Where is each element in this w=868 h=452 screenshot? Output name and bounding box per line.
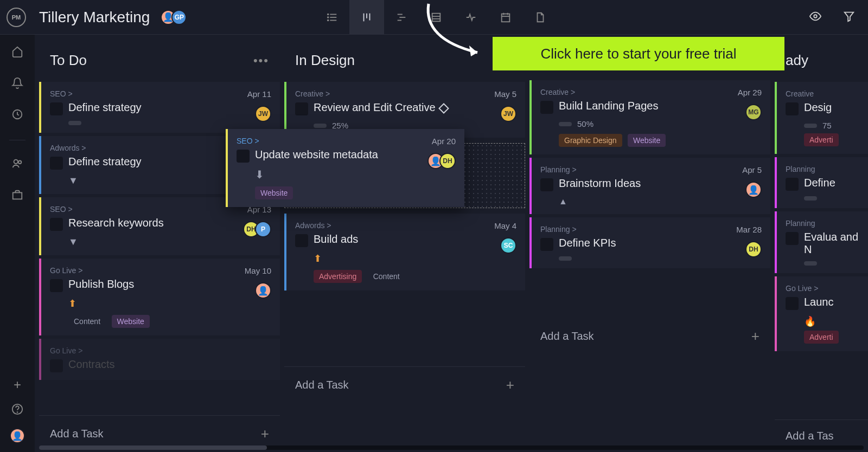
add-task-button[interactable]: Add a Task + — [284, 366, 525, 403]
project-members[interactable]: 👤 GP — [161, 10, 187, 25]
assignee-avatar[interactable]: SC — [500, 237, 516, 254]
assignee-avatar[interactable]: DH — [745, 241, 762, 257]
plus-icon: + — [261, 425, 269, 442]
card-date: May 10 — [245, 266, 271, 275]
tag[interactable]: Content — [68, 315, 106, 328]
sheet-view-button[interactable] — [419, 0, 454, 35]
progress-text: 50% — [577, 119, 593, 128]
task-checkbox[interactable] — [295, 234, 308, 247]
assignee-avatar[interactable]: P — [255, 221, 271, 237]
card-title: Publish Blogs — [68, 278, 134, 290]
card-title: Research keywords — [68, 217, 164, 229]
app-logo[interactable]: PM — [7, 8, 26, 27]
notifications-icon[interactable] — [11, 77, 23, 91]
column-title: ady — [786, 52, 808, 69]
card-title: Evalua and N — [804, 231, 864, 256]
task-checkbox[interactable] — [50, 102, 63, 115]
svg-point-26 — [17, 412, 18, 412]
card-breadcrumb: Go Live > — [50, 266, 271, 275]
task-card[interactable]: Planning Define — [775, 157, 868, 208]
fire-icon: 🔥 — [804, 315, 816, 327]
card-breadcrumb: SEO > — [50, 89, 271, 98]
tag[interactable]: Website — [628, 134, 666, 147]
task-checkbox[interactable] — [50, 279, 63, 292]
horizontal-scrollbar[interactable] — [39, 445, 864, 450]
progress-indicator — [804, 124, 817, 128]
task-card[interactable]: Go Live > Publish Blogs May 10 👤 ⬆ Conte… — [39, 259, 280, 335]
column-menu-button[interactable]: ••• — [253, 54, 269, 68]
task-card[interactable]: Planning Evalua and N — [775, 211, 868, 273]
task-checkbox[interactable] — [540, 101, 553, 114]
assignee-avatar[interactable]: 👤 — [745, 182, 762, 198]
add-task-button[interactable]: Add a Task + — [529, 318, 770, 354]
assignee-avatar[interactable]: MG — [745, 104, 762, 120]
task-card[interactable]: SEO > Define strategy Apr 11 JW — [39, 82, 280, 133]
add-task-label: Add a Tas — [786, 430, 834, 442]
visibility-button[interactable] — [809, 10, 821, 24]
task-checkbox[interactable] — [540, 238, 553, 251]
svg-point-3 — [328, 14, 329, 15]
gantt-view-button[interactable] — [384, 0, 419, 35]
tag[interactable]: Content — [368, 270, 405, 283]
task-checkbox[interactable] — [50, 359, 63, 372]
svg-point-5 — [328, 20, 329, 21]
card-breadcrumb: Planning > — [540, 165, 762, 174]
card-date: Mar 28 — [736, 225, 762, 234]
card-breadcrumb: Go Live > — [786, 284, 864, 293]
kanban-board: To Do ••• SEO > Define strategy Apr 11 J… — [35, 35, 868, 452]
tag[interactable]: Advertising — [314, 270, 362, 283]
avatar[interactable]: GP — [171, 10, 187, 25]
board-view-button[interactable] — [349, 0, 384, 35]
help-icon[interactable] — [11, 403, 23, 417]
files-view-button[interactable] — [523, 0, 558, 35]
task-checkbox[interactable] — [786, 178, 799, 191]
add-task-label: Add a Task — [50, 428, 104, 440]
task-card[interactable]: Planning > Brainstorm Ideas Apr 5 👤 ▲ — [529, 158, 770, 214]
activity-view-button[interactable] — [454, 0, 488, 35]
task-card[interactable]: Creative Desig 75 Adverti — [775, 82, 868, 154]
tag[interactable]: Website — [112, 315, 150, 328]
svg-marker-20 — [845, 12, 854, 21]
task-card[interactable]: Adwords > Build ads May 4 SC ⬆ Advertisi… — [284, 214, 525, 290]
task-card[interactable]: Go Live > Contracts — [39, 339, 280, 380]
filter-button[interactable] — [843, 10, 855, 24]
portfolio-icon[interactable] — [11, 189, 23, 203]
task-checkbox[interactable] — [50, 157, 63, 170]
tag[interactable]: Adverti — [804, 133, 839, 146]
task-checkbox[interactable] — [295, 102, 308, 115]
list-view-button[interactable] — [315, 0, 349, 35]
svg-rect-15 — [502, 14, 510, 22]
card-title: Define KPIs — [559, 237, 616, 249]
assignee-avatar[interactable]: JW — [500, 106, 516, 122]
card-breadcrumb: SEO > — [237, 137, 456, 145]
card-title: Build ads — [314, 233, 358, 246]
home-icon[interactable] — [11, 46, 23, 60]
task-checkbox[interactable] — [786, 232, 799, 245]
assignee-avatar[interactable]: 👤 — [255, 282, 271, 299]
card-title: Desig — [804, 101, 832, 114]
task-card[interactable]: Go Live > Launc 🔥 Adverti — [775, 276, 868, 351]
add-icon[interactable]: + — [14, 377, 21, 392]
task-card[interactable]: Planning > Define KPIs Mar 28 DH — [529, 217, 770, 268]
svg-point-4 — [328, 17, 329, 18]
tag[interactable]: Website — [255, 186, 293, 199]
calendar-view-button[interactable] — [488, 0, 523, 35]
progress-indicator — [68, 121, 81, 125]
column-title: To Do — [50, 52, 87, 69]
dragging-task-card[interactable]: SEO > Update website metadata Apr 20 👤DH… — [226, 129, 464, 207]
user-avatar[interactable]: 👤 — [10, 428, 25, 443]
tag[interactable]: Graphic Design — [559, 134, 622, 147]
task-card[interactable]: Creative > Build Landing Pages Apr 29 MG… — [529, 80, 770, 154]
task-checkbox[interactable] — [237, 150, 250, 163]
assignee-avatar[interactable]: DH — [439, 153, 456, 169]
task-checkbox[interactable] — [786, 102, 799, 115]
recent-icon[interactable] — [11, 108, 23, 122]
task-checkbox[interactable] — [50, 218, 63, 231]
arrow-up-icon: ⬆ — [68, 298, 76, 309]
cta-banner[interactable]: Click here to start your free trial — [493, 37, 784, 70]
assignee-avatar[interactable]: JW — [255, 106, 271, 122]
tag[interactable]: Adverti — [804, 331, 839, 344]
task-checkbox[interactable] — [786, 297, 799, 310]
task-checkbox[interactable] — [540, 178, 553, 191]
team-icon[interactable] — [11, 158, 23, 172]
